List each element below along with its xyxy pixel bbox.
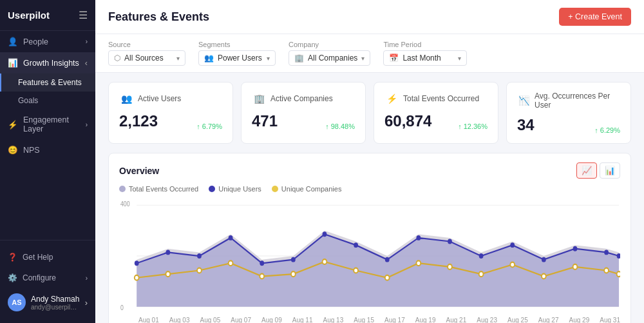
dot-company (479, 271, 484, 277)
stat-card-active-users: 👥 Active Users 2,123 ↑ 6.79% (108, 82, 233, 144)
dot (573, 246, 578, 251)
nps-icon: 😊 (8, 145, 18, 155)
main-content: Features & Events + Create Event Source … (95, 0, 644, 323)
filter-company-label: Company (289, 41, 370, 48)
sidebar-item-nps[interactable]: 😊 NPS (0, 139, 95, 161)
sidebar-user[interactable]: AS Andy Shamah andy@userpilot.co › (0, 288, 95, 317)
sidebar-item-label: Engagement Layer (23, 115, 80, 133)
x-label: Aug 29 (569, 317, 590, 323)
x-label: Aug 05 (200, 317, 221, 323)
x-label: Aug 23 (477, 317, 497, 323)
chevron-down-icon: ▾ (458, 55, 461, 62)
stat-card-active-companies: 🏢 Active Companies 471 ↑ 98.48% (241, 82, 366, 144)
legend-dot-unique-users (209, 186, 215, 192)
legend-label: Unique Companies (281, 185, 342, 193)
stat-change: ↑ 12.36% (458, 122, 488, 130)
legend-label: Total Events Occurred (129, 185, 198, 193)
x-label: Aug 03 (169, 317, 190, 323)
gear-icon: ⚙️ (8, 273, 17, 282)
sidebar-item-features-events[interactable]: Features & Events (0, 73, 95, 92)
filter-segments-value: Power Users (218, 54, 262, 63)
avg-occurrences-icon: 📉 (517, 93, 530, 108)
dot (323, 231, 327, 237)
sidebar-item-configure[interactable]: ⚙️ Configure › (0, 268, 95, 288)
source-icon: ⬡ (114, 54, 120, 63)
dot (479, 253, 484, 259)
filter-segments-select[interactable]: 👥 Power Users ▾ (198, 50, 276, 66)
company-icon: 🏢 (294, 54, 304, 63)
total-events-icon: ⚡ (384, 92, 399, 106)
sidebar-item-get-help[interactable]: ❓ Get Help (0, 247, 95, 268)
dot-company (448, 264, 452, 269)
filter-time-select[interactable]: 📅 Last Month ▾ (383, 50, 467, 66)
sidebar-item-growth-insights[interactable]: 📊 Growth Insights ‹ (0, 52, 95, 73)
user-email: andy@userpilot.co (31, 304, 80, 311)
stat-label: Active Companies (270, 94, 333, 103)
dot (448, 239, 452, 244)
legend-item-total-events: Total Events Occurred (119, 185, 198, 193)
active-companies-icon: 🏢 (252, 92, 266, 106)
dot (510, 242, 515, 248)
x-label: Aug 15 (354, 317, 374, 323)
sidebar-item-label: Get Help (23, 253, 53, 262)
filter-source-select[interactable]: ⬡ All Sources ▾ (108, 50, 185, 66)
dot-company (260, 274, 264, 279)
x-label: Aug 31 (600, 317, 620, 323)
filter-company-value: All Companies (308, 54, 357, 63)
user-info: Andy Shamah andy@userpilot.co (31, 295, 80, 311)
stat-value: 471 (252, 112, 278, 130)
dot-company (323, 259, 327, 264)
dot-company (229, 260, 233, 266)
chart-icon: 📊 (8, 58, 18, 68)
stat-label: Total Events Occurred (403, 94, 479, 103)
dot (229, 235, 233, 240)
sidebar-item-people[interactable]: 👤 People › (0, 31, 95, 52)
stat-value-row: 471 ↑ 98.48% (252, 112, 355, 130)
overview-header: Overview 📈 📊 (119, 162, 620, 179)
x-label: Aug 09 (261, 317, 282, 323)
stat-card-header: 📉 Avg. Occurrences Per User (517, 92, 620, 110)
dot (416, 235, 421, 240)
stat-card-avg-occurrences: 📉 Avg. Occurrences Per User 34 ↑ 6.29% (506, 82, 631, 144)
dot (291, 257, 296, 262)
stat-value-row: 34 ↑ 6.29% (517, 116, 620, 134)
filter-time-value: Last Month (402, 54, 440, 63)
create-event-button[interactable]: + Create Event (559, 8, 631, 26)
overview-title: Overview (119, 166, 159, 176)
svg-text:0: 0 (120, 304, 124, 312)
overview-card: Overview 📈 📊 Total Events Occurred Uniqu… (108, 153, 631, 323)
dot-company (573, 264, 578, 269)
dot-company (135, 275, 139, 280)
filter-company-select[interactable]: 🏢 All Companies ▾ (289, 50, 370, 66)
x-label: Aug 25 (507, 317, 528, 323)
stats-row: 👥 Active Users 2,123 ↑ 6.79% 🏢 Active Co… (108, 82, 631, 144)
sidebar-item-goals[interactable]: Goals (0, 92, 95, 110)
filter-source-value: All Sources (124, 54, 164, 63)
sidebar-item-engagement-layer[interactable]: ⚡ Engagement Layer › (0, 110, 95, 139)
dot (542, 257, 546, 262)
stat-card-total-events: ⚡ Total Events Occurred 60,874 ↑ 12.36% (374, 82, 498, 144)
sidebar-bottom: ❓ Get Help ⚙️ Configure › AS Andy Shamah… (0, 240, 95, 323)
dot (166, 250, 170, 255)
legend-item-unique-users: Unique Users (209, 185, 261, 193)
sidebar-item-label: Growth Insights (23, 59, 79, 68)
stat-card-header: 👥 Active Users (119, 92, 222, 106)
chart-legend: Total Events Occurred Unique Users Uniqu… (119, 185, 620, 193)
sidebar-toggle-icon[interactable]: ☰ (79, 9, 88, 21)
chart-type-buttons: 📈 📊 (576, 162, 620, 179)
chevron-right-icon: › (85, 298, 88, 308)
filter-time-period: Time Period 📅 Last Month ▾ (383, 41, 467, 66)
stat-value: 34 (517, 116, 535, 134)
app-name: Userpilot (8, 10, 50, 21)
x-axis-labels: Aug 01 Aug 03 Aug 05 Aug 07 Aug 09 Aug 1… (119, 314, 620, 323)
dot (354, 242, 358, 248)
bar-chart-button[interactable]: 📊 (600, 162, 620, 179)
stat-value-row: 60,874 ↑ 12.36% (384, 112, 488, 130)
chevron-down-icon: ‹ (85, 59, 88, 68)
segments-icon: 👥 (204, 54, 214, 63)
dot-company (604, 268, 609, 273)
area-unique-users (137, 234, 619, 307)
line-chart-button[interactable]: 📈 (576, 162, 597, 179)
stat-card-header: 🏢 Active Companies (252, 92, 355, 106)
topbar: Features & Events + Create Event (95, 0, 644, 34)
